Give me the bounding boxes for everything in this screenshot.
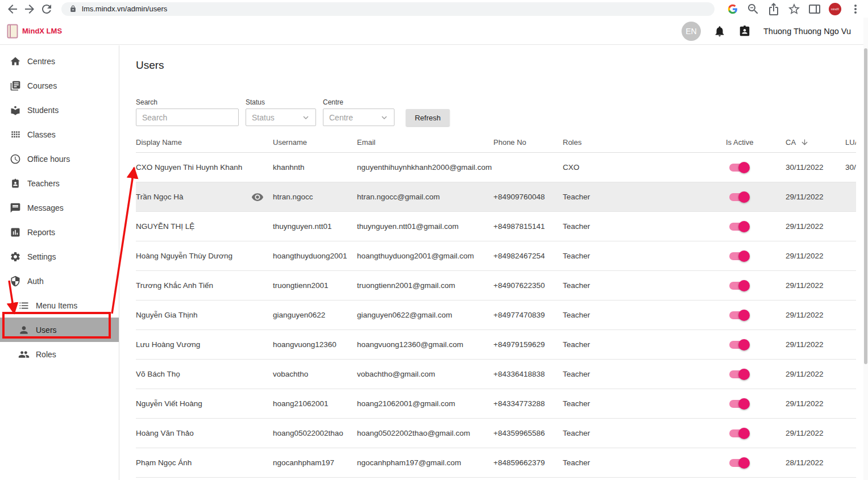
cell-email: hoang05022002thao@gmail.com	[357, 429, 493, 437]
sidebar-item-menu-items[interactable]: Menu Items	[0, 293, 119, 318]
sidebar-item-roles[interactable]: Roles	[0, 342, 119, 366]
table-row[interactable]: Hoàng Nguyễn Thùy Dương hoangthuyduong20…	[136, 241, 856, 271]
contact-badge-icon[interactable]	[738, 25, 751, 37]
app-logo[interactable]: MindX LMS	[7, 24, 62, 39]
scrollbar-thumb[interactable]	[864, 48, 867, 364]
cell-roles: Teacher	[563, 193, 726, 201]
sidebar-item-settings[interactable]: Settings	[0, 244, 119, 269]
star-icon[interactable]	[787, 2, 801, 16]
sidebar: Centres Courses Students Classes Office …	[0, 45, 119, 480]
chevron-down-icon	[301, 112, 311, 123]
cell-ca: 29/11/2022	[786, 222, 845, 231]
cell-username: vobachtho	[273, 370, 357, 378]
col-ca[interactable]: CA	[786, 138, 845, 147]
cell-ca: 29/11/2022	[786, 340, 845, 349]
active-toggle[interactable]	[729, 162, 749, 173]
profile-avatar[interactable]: mindX	[828, 2, 842, 16]
app-header: MindX LMS EN Thuong Thuong Ngo Vu	[0, 18, 868, 45]
table-row[interactable]: Nguyễn Viết Hoàng hoang21062001 hoang210…	[136, 389, 856, 419]
active-toggle[interactable]	[729, 428, 749, 439]
eye-icon[interactable]	[251, 191, 264, 203]
cell-email: vobachtho@gmail.com	[357, 370, 493, 378]
refresh-button[interactable]: Refresh	[406, 109, 450, 126]
sidebar-item-auth[interactable]: Auth	[0, 269, 119, 293]
side-panel-icon[interactable]	[808, 2, 821, 16]
cell-username: hoang05022002thao	[273, 429, 357, 437]
table-row[interactable]: Nguyễn Gia Thịnh gianguyen0622 gianguyen…	[136, 300, 856, 330]
forward-icon[interactable]	[23, 2, 36, 16]
vertical-scrollbar[interactable]	[863, 18, 868, 480]
centre-select[interactable]: Centre	[323, 108, 394, 126]
language-avatar[interactable]: EN	[682, 22, 701, 41]
cell-is-active	[726, 162, 786, 173]
share-icon[interactable]	[767, 2, 780, 16]
status-select[interactable]: Status	[246, 108, 316, 126]
table-row[interactable]: Hoàng Văn Thảo hoang05022002thao hoang05…	[136, 419, 856, 448]
active-toggle[interactable]	[729, 398, 749, 410]
more-vert-icon[interactable]	[849, 2, 862, 16]
cell-username: htran.ngocc	[273, 193, 357, 201]
cell-display-name: Lưu Hoàng Vương	[136, 339, 273, 351]
sidebar-item-users[interactable]: Users	[0, 318, 119, 342]
bell-icon[interactable]	[713, 25, 726, 37]
active-toggle[interactable]	[729, 369, 749, 380]
sidebar-item-centres[interactable]: Centres	[0, 49, 119, 73]
table-row[interactable]: Phạm Ngọc Ánh ngocanhpham197 ngocanhpham…	[136, 448, 856, 478]
sidebar-item-label: Office hours	[27, 155, 70, 164]
sidebar-item-label: Courses	[27, 81, 57, 90]
chevron-down-icon	[379, 112, 389, 123]
reload-icon[interactable]	[40, 2, 53, 16]
cell-phone: +84909760048	[493, 193, 563, 201]
cell-is-active	[726, 428, 786, 439]
menu-list-icon	[18, 300, 30, 311]
back-icon[interactable]	[6, 2, 19, 16]
sidebar-item-reports[interactable]: Reports	[0, 220, 119, 244]
filters-bar: Search Status Status Centre Centre Refre…	[136, 98, 856, 126]
sidebar-item-label: Teachers	[27, 179, 60, 188]
cell-phone: +84977470839	[493, 311, 563, 319]
centre-label: Centre	[323, 98, 394, 106]
status-label: Status	[246, 98, 316, 106]
sidebar-item-messages[interactable]: Messages	[0, 195, 119, 220]
table-row[interactable]: Trần Ngọc Hà htran.ngocc htran.ngocc@gma…	[136, 182, 856, 212]
browser-toolbar: lms.mindx.vn/admin/users mindX	[0, 0, 868, 18]
active-toggle[interactable]	[729, 221, 749, 232]
person-icon	[18, 324, 30, 336]
sidebar-item-label: Roles	[36, 350, 56, 359]
cell-display-name: Hoàng Nguyễn Thùy Dương	[136, 250, 273, 262]
sidebar-item-classes[interactable]: Classes	[0, 122, 119, 147]
google-icon[interactable]	[726, 2, 740, 16]
cell-roles: Teacher	[563, 458, 726, 467]
zoom-out-icon[interactable]	[746, 2, 760, 16]
user-name[interactable]: Thuong Thuong Ngo Vu	[763, 27, 851, 36]
search-input[interactable]	[136, 108, 239, 126]
url-bar[interactable]: lms.mindx.vn/admin/users	[61, 2, 715, 16]
sidebar-item-students[interactable]: Students	[0, 98, 119, 122]
users-table: Display Name Username Email Phone No Rol…	[136, 132, 856, 478]
active-toggle[interactable]	[729, 457, 749, 469]
col-email: Email	[357, 138, 493, 147]
table-row[interactable]: NGUYỄN THỊ LỆ thuynguyen.ntt01 thuynguye…	[136, 212, 856, 241]
chart-icon	[10, 227, 21, 238]
sidebar-item-courses[interactable]: Courses	[0, 73, 119, 98]
cell-email: hoangthuyduong2001@gmail.com	[357, 252, 493, 260]
active-toggle[interactable]	[729, 191, 749, 203]
table-row[interactable]: Võ Bách Thọ vobachtho vobachtho@gmail.co…	[136, 360, 856, 389]
active-toggle[interactable]	[729, 280, 749, 291]
sidebar-item-office-hours[interactable]: Office hours	[0, 147, 119, 171]
sidebar-item-teachers[interactable]: Teachers	[0, 171, 119, 195]
cell-phone: +84982467254	[493, 252, 563, 260]
active-toggle[interactable]	[729, 251, 749, 262]
cell-email: thuynguyen.ntt01@gmail.com	[357, 222, 493, 231]
cell-phone: +84907622350	[493, 281, 563, 290]
cell-roles: CXO	[563, 163, 726, 172]
cell-ca: 29/11/2022	[786, 281, 845, 290]
table-row[interactable]: CXO Nguyen Thi Huynh Khanh khanhnth nguy…	[136, 153, 856, 182]
table-row[interactable]: Lưu Hoàng Vương hoangvuong12360 hoangvuo…	[136, 330, 856, 360]
active-toggle[interactable]	[729, 310, 749, 321]
cell-display-name: Nguyễn Gia Thịnh	[136, 309, 273, 322]
active-toggle[interactable]	[729, 339, 749, 350]
cell-username: ngocanhpham197	[273, 458, 357, 467]
lock-icon[interactable]	[69, 5, 77, 12]
table-row[interactable]: Trương Khắc Anh Tiến truongtienn2001 tru…	[136, 271, 856, 300]
